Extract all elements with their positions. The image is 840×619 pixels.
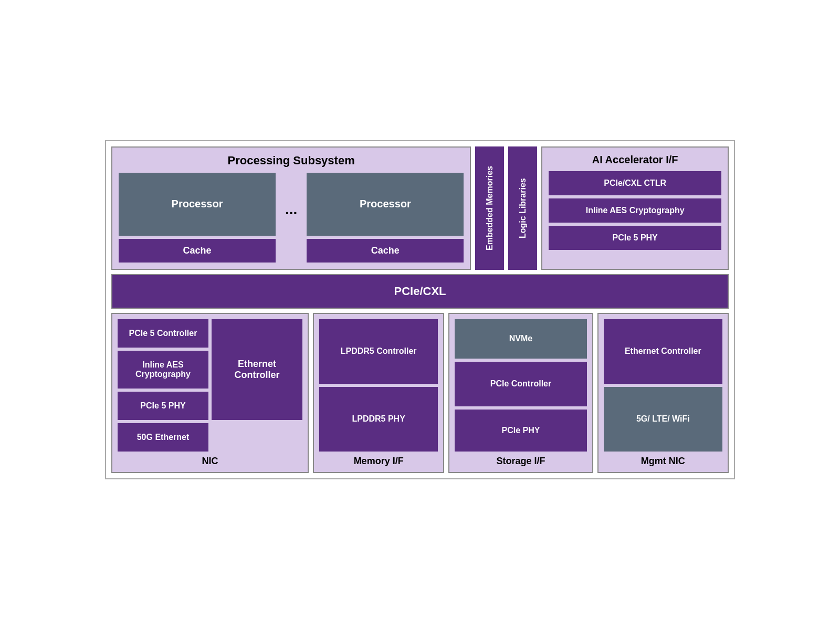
storage-title: Storage I/F — [455, 456, 586, 467]
nvme: NVMe — [455, 319, 586, 359]
inline-aes-crypto-ai: Inline AES Cryptography — [549, 198, 721, 223]
mgmt-title: Mgmt NIC — [604, 456, 722, 467]
ethernet-50g: 50G Ethernet — [118, 423, 208, 452]
memory-inner: LPDDR5 Controller LPDDR5 PHY — [319, 319, 438, 452]
mgmt-inner: Ethernet Controller 5G/ LTE/ WiFi — [604, 319, 722, 452]
embedded-memories: Embedded Memories — [475, 146, 504, 270]
ethernet-controller-nic: Ethernet Controller — [212, 319, 302, 420]
pcie-5-phy-ai: PCIe 5 PHY — [549, 226, 721, 250]
pcie-phy-storage: PCIe PHY — [455, 410, 586, 452]
mgmt-nic-section: Ethernet Controller 5G/ LTE/ WiFi Mgmt N… — [597, 313, 729, 473]
pcie5-controller: PCIe 5 Controller — [118, 319, 208, 348]
proc-col-2: Processor Cache — [307, 173, 464, 263]
pcie-cxl-ctlr: PCIe/CXL CTLR — [549, 171, 721, 195]
nic-title: NIC — [118, 456, 302, 467]
bottom-row: PCIe 5 Controller Inline AES Cryptograph… — [111, 313, 729, 473]
processing-subsystem: Processing Subsystem Processor Cache ...… — [111, 146, 471, 270]
pcie-bar: PCIe/CXL — [111, 274, 729, 309]
pcie5-phy-nic: PCIe 5 PHY — [118, 392, 208, 420]
lpddr5-controller: LPDDR5 Controller — [319, 319, 438, 384]
proc-col-1: Processor Cache — [119, 173, 276, 263]
storage-inner: NVMe PCIe Controller PCIe PHY — [455, 319, 586, 452]
lpddr5-phy: LPDDR5 PHY — [319, 387, 438, 452]
processor-2: Processor — [307, 173, 464, 236]
nic-inner: PCIe 5 Controller Inline AES Cryptograph… — [118, 319, 302, 452]
processor-1: Processor — [119, 173, 276, 236]
memory-section: LPDDR5 Controller LPDDR5 PHY Memory I/F — [313, 313, 444, 473]
processing-title: Processing Subsystem — [119, 154, 464, 167]
middle-tall-boxes: Embedded Memories Logic Libraries — [475, 146, 537, 270]
ai-inner: PCIe/CXL CTLR Inline AES Cryptography PC… — [549, 171, 721, 250]
ai-accelerator: AI Accelerator I/F PCIe/CXL CTLR Inline … — [541, 146, 729, 270]
ai-title: AI Accelerator I/F — [549, 154, 721, 166]
memory-title: Memory I/F — [319, 456, 438, 467]
ethernet-controller-mgmt: Ethernet Controller — [604, 319, 722, 384]
cache-1: Cache — [119, 239, 276, 263]
pcie-controller-storage: PCIe Controller — [455, 362, 586, 406]
wireless: 5G/ LTE/ WiFi — [604, 387, 722, 452]
inline-aes-nic: Inline AES Cryptography — [118, 351, 208, 389]
main-diagram: Processing Subsystem Processor Cache ...… — [105, 140, 735, 479]
nic-section: PCIe 5 Controller Inline AES Cryptograph… — [111, 313, 309, 473]
cache-2: Cache — [307, 239, 464, 263]
dots: ... — [280, 201, 302, 218]
logic-libraries: Logic Libraries — [508, 146, 537, 270]
storage-section: NVMe PCIe Controller PCIe PHY Storage I/… — [448, 313, 593, 473]
